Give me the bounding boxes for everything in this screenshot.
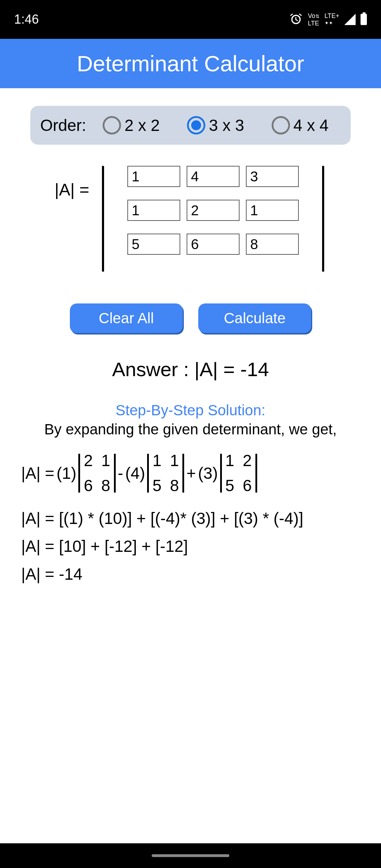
matrix-label: |A| =	[55, 166, 89, 199]
minor-0: 21 68	[78, 448, 115, 498]
matrix-cell-1-0[interactable]	[127, 200, 180, 221]
matrix-left-bar	[102, 166, 104, 272]
matrix-cell-0-1[interactable]	[187, 166, 240, 187]
radio-icon	[103, 116, 121, 134]
order-option-4x4[interactable]: 4 x 4	[272, 116, 329, 135]
minor-1: 11 58	[147, 448, 184, 498]
clear-all-button[interactable]: Clear All	[70, 303, 183, 333]
minor-2: 12 56	[220, 448, 257, 498]
matrix-cell-2-2[interactable]	[246, 234, 299, 255]
matrix-area: |A| =	[11, 166, 370, 272]
status-bar: 1:46 Vo⇅ LTE LTE+ ✦✦	[0, 0, 381, 39]
solution-line-2: |A| = [10] + [-12] + [-12]	[21, 534, 360, 559]
solution-block: |A| = (1) 21 68 - (4) 11 58 +	[11, 448, 370, 586]
alarm-icon	[289, 12, 303, 26]
nav-pill[interactable]	[152, 854, 229, 857]
solution-line-1: |A| = [(1) * (10)] + [(-4)* (3)] + [(3) …	[21, 506, 360, 531]
order-panel: Order: 2 x 2 3 x 3 4 x 4	[30, 106, 351, 145]
nav-bar	[0, 843, 381, 868]
expansion-row: |A| = (1) 21 68 - (4) 11 58 +	[21, 448, 360, 498]
matrix-cell-0-0[interactable]	[127, 166, 180, 187]
matrix-grid	[117, 166, 309, 255]
step-title: Step-By-Step Solution:	[11, 402, 370, 419]
status-right: Vo⇅ LTE LTE+ ✦✦	[289, 12, 367, 27]
order-option-2x2[interactable]: 2 x 2	[103, 116, 160, 135]
app-header: Determinant Calculator	[0, 39, 381, 88]
matrix-cell-1-1[interactable]	[187, 200, 240, 221]
button-row: Clear All Calculate	[11, 303, 370, 333]
answer-text: Answer : |A| = -14	[11, 358, 370, 381]
order-label: Order:	[40, 116, 86, 135]
matrix-cell-2-0[interactable]	[127, 234, 180, 255]
signal-icon	[344, 14, 356, 25]
lte-plus-label: LTE+ ✦✦	[325, 12, 339, 26]
step-intro: By expanding the given determinant, we g…	[11, 421, 370, 438]
matrix-cell-1-2[interactable]	[246, 200, 299, 221]
order-radio-group: 2 x 2 3 x 3 4 x 4	[90, 116, 341, 135]
battery-icon	[361, 14, 367, 25]
matrix-cell-2-1[interactable]	[187, 234, 240, 255]
order-option-3x3[interactable]: 3 x 3	[187, 116, 244, 135]
radio-icon	[187, 116, 205, 134]
network-label: Vo⇅ LTE	[308, 12, 320, 27]
solution-line-3: |A| = -14	[21, 562, 360, 586]
app-title: Determinant Calculator	[77, 51, 304, 76]
matrix-right-bar	[322, 166, 324, 272]
calculate-button[interactable]: Calculate	[198, 303, 311, 333]
status-time: 1:46	[14, 12, 39, 27]
matrix-cell-0-2[interactable]	[246, 166, 299, 187]
radio-icon	[272, 116, 290, 134]
